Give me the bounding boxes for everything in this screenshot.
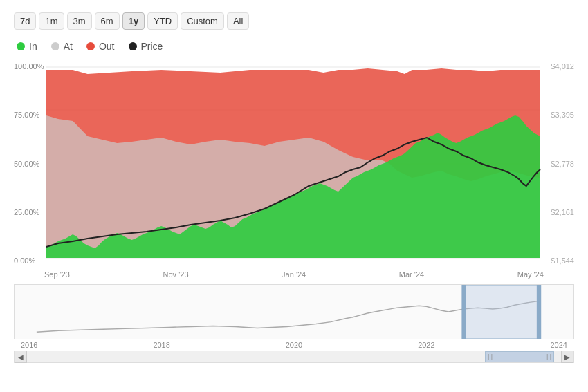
y-label-75: 75.00% — [14, 111, 44, 119]
time-btn-7d[interactable]: 7d — [14, 12, 36, 30]
time-range-bar: 7d1m3m6m1yYTDCustomAll — [7, 7, 581, 35]
x-label-main-2: Jan '24 — [282, 270, 306, 279]
x-axis-main: Sep '23Nov '23Jan '24Mar '24May '24 — [14, 268, 574, 279]
legend-dot-out — [86, 42, 95, 50]
svg-rect-10 — [463, 285, 540, 339]
legend-label-in: In — [29, 41, 37, 52]
y-axis-right: $4,012 $3,395 $2,778 $2,161 $1,544 — [551, 60, 574, 268]
main-chart — [14, 60, 574, 268]
legend-dot-at — [51, 42, 59, 50]
scroll-handle-left: ||| — [488, 353, 493, 360]
time-btn-all[interactable]: All — [227, 12, 249, 30]
y-label-50: 50.00% — [14, 160, 44, 168]
x-label-mini-0: 2016 — [21, 341, 37, 349]
y-label-0: 0.00% — [14, 257, 44, 265]
y-label-100: 100.00% — [14, 63, 44, 71]
y-label-1544: $1,544 — [551, 257, 574, 265]
time-btn-custom[interactable]: Custom — [181, 12, 224, 30]
time-btn-3m[interactable]: 3m — [67, 12, 92, 30]
x-label-mini-2: 2020 — [286, 341, 302, 349]
legend-dot-in — [17, 42, 25, 50]
y-label-2161: $2,161 — [551, 209, 574, 216]
x-label-mini-3: 2022 — [418, 341, 434, 349]
scroll-thumb[interactable]: ||| ||| — [485, 351, 554, 362]
app-container: 7d1m3m6m1yYTDCustomAll InAtOutPrice 100. — [0, 0, 588, 392]
time-btn-ytd[interactable]: YTD — [147, 12, 178, 30]
legend-label-at: At — [64, 41, 73, 52]
x-label-main-1: Nov '23 — [163, 270, 189, 279]
legend-dot-price — [129, 42, 137, 50]
scrollbar: ◀ ||| ||| ▶ — [14, 351, 574, 363]
x-label-mini-1: 2018 — [153, 341, 169, 349]
scroll-right-arrow[interactable]: ▶ — [561, 351, 573, 363]
x-label-main-3: Mar '24 — [399, 270, 424, 279]
x-label-main-4: May '24 — [517, 270, 544, 279]
legend-item-out: Out — [86, 41, 115, 52]
scroll-handle-right: ||| — [546, 353, 551, 360]
time-btn-1m[interactable]: 1m — [39, 12, 64, 30]
time-btn-1y[interactable]: 1y — [122, 12, 145, 30]
y-label-2778: $2,778 — [551, 160, 574, 168]
legend-item-in: In — [17, 41, 37, 52]
y-label-4012: $4,012 — [551, 63, 574, 71]
x-label-main-0: Sep '23 — [44, 270, 70, 279]
mini-chart-wrapper — [14, 284, 574, 339]
svg-rect-12 — [537, 285, 541, 339]
y-label-3395: $3,395 — [551, 111, 574, 119]
legend-label-price: Price — [141, 41, 163, 52]
legend-item-price: Price — [129, 41, 163, 52]
main-chart-wrapper: 100.00% 75.00% 50.00% 25.00% 0.00% $4,01… — [14, 60, 574, 268]
time-btn-6m[interactable]: 6m — [95, 12, 120, 30]
legend: InAtOutPrice — [7, 35, 581, 57]
x-label-mini-4: 2024 — [551, 341, 567, 349]
y-axis-left: 100.00% 75.00% 50.00% 25.00% 0.00% — [14, 60, 44, 268]
legend-label-out: Out — [99, 41, 115, 52]
svg-rect-11 — [461, 285, 466, 339]
mini-chart — [15, 285, 573, 339]
legend-item-at: At — [51, 41, 73, 52]
scroll-left-arrow[interactable]: ◀ — [15, 351, 27, 363]
x-axis-mini: 20162018202020222024 — [14, 339, 574, 349]
y-label-25: 25.00% — [14, 209, 44, 216]
scroll-track[interactable]: ||| ||| — [27, 351, 561, 362]
